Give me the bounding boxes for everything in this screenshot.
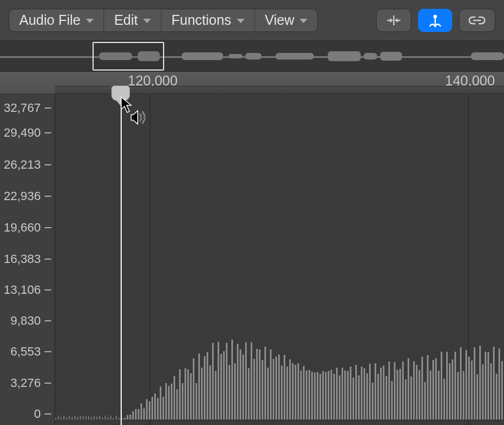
overview-selection[interactable]: [93, 42, 164, 71]
menu-label: View: [265, 12, 295, 28]
axis-label: 6,553: [10, 345, 41, 359]
waveform-canvas[interactable]: [55, 94, 504, 425]
waveform: [55, 94, 504, 425]
menu-edit[interactable]: Edit: [104, 9, 161, 31]
transient-edit-button[interactable]: [376, 9, 411, 32]
axis-label: 3,276: [10, 376, 41, 390]
axis-label: 26,213: [4, 158, 41, 172]
playhead-handle[interactable]: [111, 85, 130, 101]
chevron-down-icon: [143, 19, 151, 23]
flex-button[interactable]: [418, 9, 452, 32]
link-button[interactable]: [459, 9, 495, 32]
flex-icon: [427, 13, 443, 28]
menu-audio-file[interactable]: Audio File: [9, 9, 104, 31]
playhead-line: [121, 94, 122, 425]
chevron-down-icon: [86, 19, 94, 23]
axis-label: 0: [34, 407, 41, 421]
toolbar: Audio File Edit Functions View: [0, 0, 504, 41]
svg-point-3: [433, 14, 437, 18]
axis-label: 32,767: [4, 101, 41, 115]
transient-icon: [386, 14, 402, 26]
menu-label: Functions: [171, 12, 231, 28]
amplitude-axis: 32,767 29,490 26,213 22,936 19,660 16,38…: [0, 94, 55, 425]
axis-label: 29,490: [4, 126, 41, 140]
menu-functions[interactable]: Functions: [161, 9, 254, 31]
chevron-down-icon: [300, 19, 307, 23]
overview-lane[interactable]: [0, 41, 504, 72]
menu-label: Edit: [114, 12, 138, 28]
axis-label: 9,830: [10, 314, 41, 328]
axis-label: 19,660: [4, 220, 41, 235]
axis-label: 13,106: [4, 283, 41, 297]
axis-label: 22,936: [4, 189, 41, 203]
time-ruler[interactable]: 120,000 140,000: [0, 72, 504, 94]
link-icon: [468, 15, 486, 26]
axis-label: 16,383: [4, 252, 41, 266]
chevron-down-icon: [237, 19, 245, 23]
menu-label: Audio File: [19, 12, 80, 28]
menu-view[interactable]: View: [255, 9, 318, 31]
menu-group: Audio File Edit Functions View: [9, 9, 318, 32]
